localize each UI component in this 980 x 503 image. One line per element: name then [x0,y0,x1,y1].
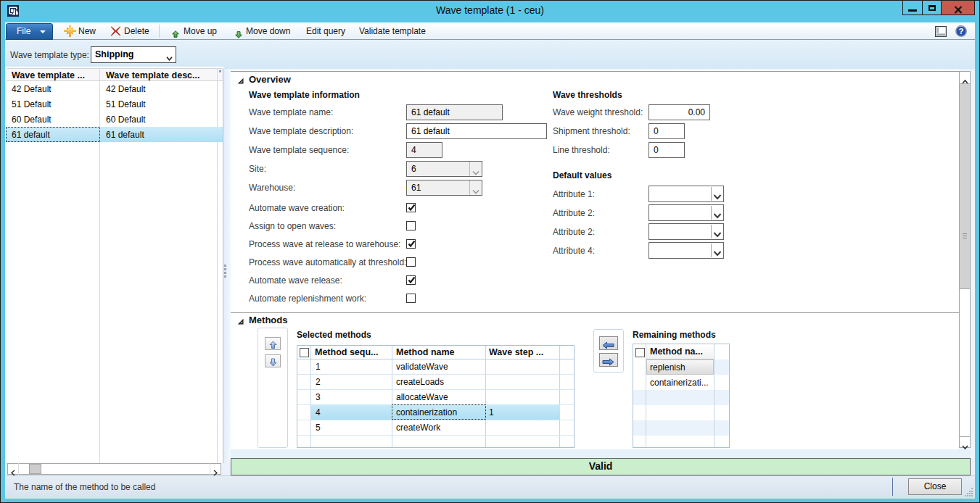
svg-text:?: ? [958,27,963,36]
